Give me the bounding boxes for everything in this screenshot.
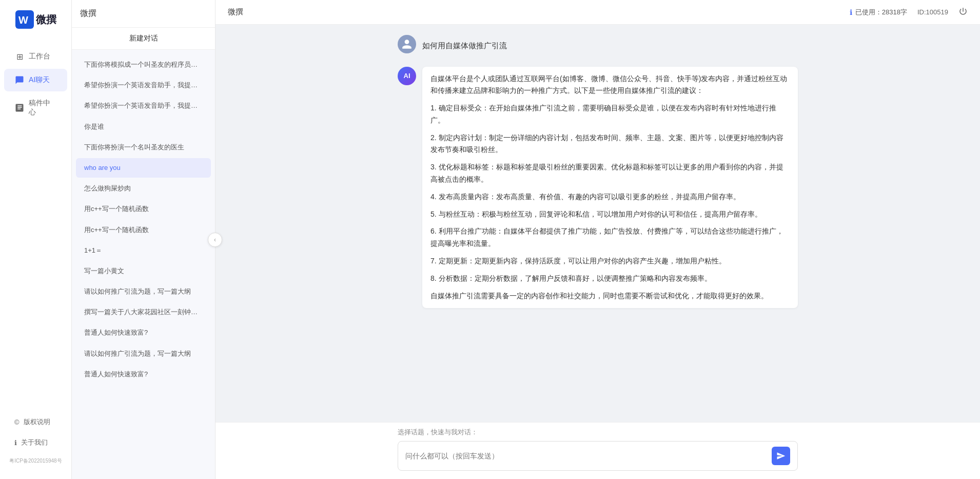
sidebar-item-label-about: 关于我们 <box>21 438 48 447</box>
ai-point-4: 5. 与粉丝互动：积极与粉丝互动，回复评论和私信，可以增加用户对你的认可和信任，… <box>430 208 790 221</box>
chat-item-13[interactable]: 普通人如何快速致富? <box>76 323 211 342</box>
input-section: 选择话题，快速与我对话： <box>215 422 980 479</box>
sidebar-item-about[interactable]: ℹ 关于我们 <box>4 433 67 452</box>
chat-item-0[interactable]: 下面你将模拟成一个叫圣友的程序员，我说... <box>76 55 211 74</box>
middle-title: 微撰 <box>80 9 96 17</box>
ai-message-bubble: 自媒体平台是个人或团队通过互联网平台(如博客、微博、微信公众号、抖音、快手等)发… <box>422 67 798 309</box>
chat-item-8[interactable]: 用c++写一个随机函数 <box>76 220 211 240</box>
sidebar-item-label-workbench: 工作台 <box>29 52 50 61</box>
sidebar-item-ai-chat[interactable]: AI聊天 <box>4 69 67 91</box>
ai-point-6: 7. 定期更新：定期更新内容，保持活跃度，可以让用户对你的内容产生兴趣，增加用户… <box>430 255 790 267</box>
ai-point-0: 1. 确定目标受众：在开始自媒体推广引流之前，需要明确目标受众是谁，以便在发布内… <box>430 102 790 127</box>
usage-icon: ℹ <box>850 8 852 16</box>
sidebar-item-drafts[interactable]: 稿件中心 <box>4 92 67 123</box>
logo: W 微撰 <box>15 10 56 29</box>
chat-input[interactable] <box>405 452 768 460</box>
sidebar-item-copyright[interactable]: © 版权说明 <box>4 412 67 432</box>
id-text: ID:100519 <box>917 8 948 16</box>
drafts-icon <box>14 103 25 113</box>
sidebar: W 微撰 ⊞ 工作台 AI聊天 稿件中心 © 版权说明 ℹ 关于我们 <box>0 0 72 479</box>
new-chat-button[interactable]: 新建对话 <box>72 28 215 50</box>
chat-item-11[interactable]: 请以如何推广引流为题，写一篇大纲 <box>76 282 211 301</box>
sidebar-nav: ⊞ 工作台 AI聊天 稿件中心 <box>0 44 71 411</box>
chat-item-3[interactable]: 你是谁 <box>76 117 211 137</box>
top-bar-right: ℹ 已使用：28318字 ID:100519 <box>850 7 968 17</box>
page-title: 微撰 <box>228 7 243 17</box>
logo-icon: W <box>15 10 34 29</box>
user-avatar <box>398 35 416 53</box>
ai-point-3: 4. 发布高质量内容：发布高质量、有价值、有趣的内容可以吸引更多的粉丝，并提高用… <box>430 191 790 203</box>
send-icon <box>776 451 786 461</box>
chat-item-15[interactable]: 普通人如何快速致富? <box>76 365 211 384</box>
ai-chat-icon <box>14 75 25 85</box>
chat-item-9[interactable]: 1+1＝ <box>76 241 211 260</box>
sidebar-item-label-copyright: 版权说明 <box>24 417 50 427</box>
logo-text: 微撰 <box>36 13 56 27</box>
sidebar-bottom: © 版权说明 ℹ 关于我们 粤ICP备2022015948号 <box>0 411 71 469</box>
user-message-text: 如何用自媒体做推广引流 <box>422 35 507 56</box>
top-bar: 微撰 ℹ 已使用：28318字 ID:100519 <box>215 0 980 25</box>
icp-text: 粤ICP备2022015948号 <box>0 453 71 469</box>
ai-point-7: 8. 分析数据：定期分析数据，了解用户反馈和喜好，以便调整推广策略和内容发布频率… <box>430 273 790 285</box>
chat-scroll-area: 如何用自媒体做推广引流 AI 自媒体平台是个人或团队通过互联网平台(如博客、微博… <box>215 25 980 422</box>
collapse-panel-button[interactable]: ‹ <box>208 233 222 247</box>
usage-text: 已使用：28318字 <box>855 8 907 17</box>
chat-item-4[interactable]: 下面你将扮演一个名叫圣友的医生 <box>76 138 211 157</box>
chat-item-12[interactable]: 撰写一篇关于八大家花园社区一刻钟便民生... <box>76 302 211 322</box>
usage-info: ℹ 已使用：28318字 <box>850 8 907 17</box>
ai-avatar: AI <box>398 67 416 85</box>
quick-topics-label: 选择话题，快速与我对话： <box>398 428 798 437</box>
chat-item-14[interactable]: 请以如何推广引流为题，写一篇大纲 <box>76 344 211 363</box>
svg-text:W: W <box>18 14 28 26</box>
ai-intro: 自媒体平台是个人或团队通过互联网平台(如博客、微博、微信公众号、抖音、快手等)发… <box>430 73 790 98</box>
chat-item-6[interactable]: 怎么做狗屎炒肉 <box>76 179 211 198</box>
ai-point-2: 3. 优化标题和标签：标题和标签是吸引粉丝的重要因素。优化标题和标签可以让更多的… <box>430 161 790 186</box>
chat-wrapper: 如何用自媒体做推广引流 AI 自媒体平台是个人或团队通过互联网平台(如博客、微博… <box>215 25 980 479</box>
user-message: 如何用自媒体做推广引流 <box>398 35 798 56</box>
sidebar-item-workbench[interactable]: ⊞ 工作台 <box>4 45 67 68</box>
workbench-icon: ⊞ <box>14 51 25 62</box>
main-content: 微撰 ℹ 已使用：28318字 ID:100519 如何用自媒体做推广引流 <box>215 0 980 479</box>
ai-point-1: 2. 制定内容计划：制定一份详细的内容计划，包括发布时间、频率、主题、文案、图片… <box>430 132 790 157</box>
ai-message: AI 自媒体平台是个人或团队通过互联网平台(如博客、微博、微信公众号、抖音、快手… <box>398 67 798 309</box>
ai-point-5: 6. 利用平台推广功能：自媒体平台都提供了推广功能，如广告投放、付费推广等，可以… <box>430 225 790 250</box>
copyright-icon: © <box>14 418 19 426</box>
sidebar-item-label-ai-chat: AI聊天 <box>29 75 50 85</box>
chat-item-10[interactable]: 写一篇小黄文 <box>76 261 211 281</box>
chat-item-5[interactable]: who are you <box>76 158 211 178</box>
chat-item-2[interactable]: 希望你扮演一个英语发音助手，我提供给你... <box>76 96 211 116</box>
send-button[interactable] <box>772 447 790 465</box>
input-wrapper <box>398 441 798 471</box>
middle-header: 微撰 <box>72 0 215 28</box>
chat-item-1[interactable]: 希望你扮演一个英语发音助手，我提供给你... <box>76 75 211 95</box>
about-icon: ℹ <box>14 439 17 447</box>
chat-list: 下面你将模拟成一个叫圣友的程序员，我说... 希望你扮演一个英语发音助手，我提供… <box>72 50 215 479</box>
chat-inner: 如何用自媒体做推广引流 AI 自媒体平台是个人或团队通过互联网平台(如博客、微博… <box>377 25 818 329</box>
middle-panel: 微撰 新建对话 下面你将模拟成一个叫圣友的程序员，我说... 希望你扮演一个英语… <box>72 0 215 479</box>
chat-item-7[interactable]: 用c++写一个随机函数 <box>76 199 211 219</box>
sidebar-item-label-drafts: 稿件中心 <box>29 99 57 117</box>
power-icon[interactable] <box>958 7 968 17</box>
ai-conclusion: 自媒体推广引流需要具备一定的内容创作和社交能力，同时也需要不断尝试和优化，才能取… <box>430 290 790 302</box>
input-container: 选择话题，快速与我对话： <box>377 423 818 479</box>
